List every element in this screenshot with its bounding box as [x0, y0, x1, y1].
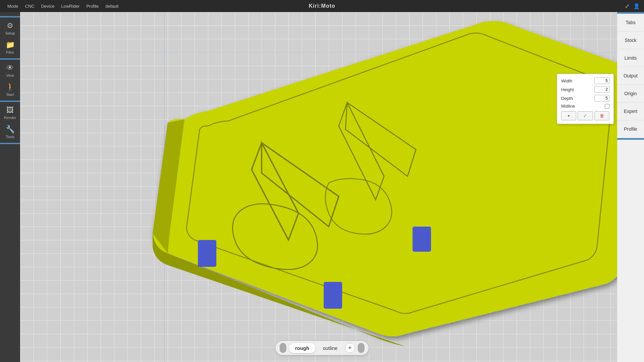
sidebar-bar-bottom [0, 143, 20, 144]
width-input[interactable] [594, 77, 609, 84]
sidebar-bar-3 [0, 101, 20, 102]
toolbar-handle-left[interactable] [280, 343, 286, 353]
app-title: Kiri:Moto [309, 3, 335, 9]
right-panel-tabs[interactable]: Tabs [617, 14, 644, 32]
depth-label: Depth [561, 96, 585, 101]
tab-rough[interactable]: rough [289, 343, 316, 353]
render-icon: 🖼 [6, 106, 14, 115]
right-panel-origin[interactable]: Origin [617, 85, 644, 103]
tab-bottom-right [324, 282, 342, 309]
setup-icon: ⚙ [7, 21, 13, 30]
depth-row: Depth [561, 95, 609, 102]
sidebar-item-start[interactable]: 🚶 Start [1, 80, 19, 99]
sidebar-item-files[interactable]: 📁 Files [1, 38, 19, 57]
midline-checkbox[interactable] [605, 104, 609, 109]
mode-button[interactable]: Mode [4, 2, 22, 10]
sidebar-bar-2 [0, 58, 20, 60]
tools-icon: 🔧 [6, 125, 15, 134]
delete-button[interactable]: 🗑 [594, 111, 609, 120]
sidebar-label-view: View [6, 73, 14, 77]
midline-row: Midline [561, 104, 609, 109]
sidebar-label-files: Files [6, 50, 14, 54]
right-panel-output[interactable]: Output [617, 67, 644, 85]
add-button[interactable]: + [561, 111, 576, 120]
view-icon: 👁 [6, 64, 14, 72]
tab-outline[interactable]: outline [317, 343, 343, 353]
tabs-popup: Width Height Depth Midline + ✓ 🗑 [557, 74, 614, 124]
right-panel-bar-bottom [617, 138, 644, 140]
tab-bottom-left [198, 240, 216, 267]
sidebar-item-tools[interactable]: 🔧 Tools [1, 122, 19, 141]
sidebar-label-start: Start [6, 93, 14, 97]
topbar-right: ⤢ 👤 [625, 3, 640, 9]
bottom-toolbar: rough outline + [275, 341, 369, 355]
width-row: Width [561, 77, 609, 84]
3d-model[interactable] [20, 12, 644, 362]
device-value[interactable]: LowRider [58, 2, 83, 10]
sidebar-label-tools: Tools [6, 135, 14, 139]
right-panel-stock[interactable]: Stock [617, 32, 644, 49]
expand-icon[interactable]: ⤢ [625, 3, 629, 9]
sidebar-label-setup: Setup [5, 31, 15, 35]
sidebar-bar-top [0, 16, 20, 17]
height-label: Height [561, 87, 585, 92]
right-panel-limits[interactable]: Limits [617, 49, 644, 67]
sidebar-item-setup[interactable]: ⚙ Setup [1, 19, 19, 38]
tab-right [413, 227, 431, 252]
profile-button[interactable]: Profile [83, 2, 102, 10]
sidebar: ⚙ Setup 📁 Files 👁 View 🚶 Start 🖼 Render … [0, 12, 20, 362]
device-button[interactable]: Device [38, 2, 58, 10]
topbar: Mode CNC Device LowRider Profile default… [0, 0, 644, 12]
user-icon[interactable]: 👤 [633, 3, 640, 9]
start-icon: 🚶 [6, 83, 15, 92]
right-panel-expert[interactable]: Expert [617, 103, 644, 120]
popup-actions: + ✓ 🗑 [561, 111, 609, 120]
toolbar-handle-right[interactable] [358, 343, 364, 353]
right-panel: Tabs Stock Limits Output Origin Expert P… [617, 12, 644, 362]
files-icon: 📁 [6, 41, 15, 49]
sidebar-label-render: Render [4, 116, 16, 120]
width-label: Width [561, 78, 585, 83]
right-panel-profile[interactable]: Profile [617, 120, 644, 138]
height-row: Height [561, 86, 609, 93]
profile-value[interactable]: default [102, 2, 122, 10]
canvas-area[interactable] [20, 12, 644, 362]
depth-input[interactable] [594, 95, 609, 102]
confirm-button[interactable]: ✓ [578, 111, 593, 120]
sidebar-item-view[interactable]: 👁 View [1, 61, 19, 80]
add-tab-button[interactable]: + [345, 343, 355, 353]
cnc-button[interactable]: CNC [22, 2, 38, 10]
midline-label: Midline [561, 104, 585, 109]
height-input[interactable] [594, 86, 609, 93]
sidebar-item-render[interactable]: 🖼 Render [1, 103, 19, 122]
